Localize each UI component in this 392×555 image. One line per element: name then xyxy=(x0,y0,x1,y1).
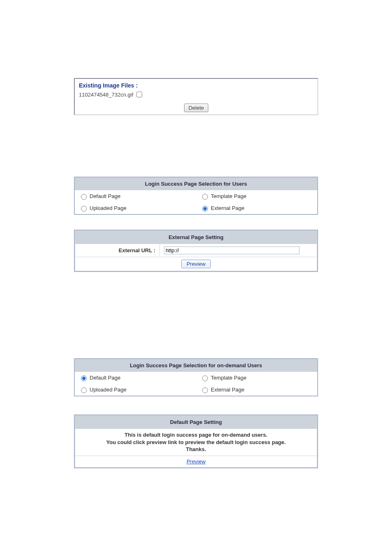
external-url-input[interactable] xyxy=(164,246,300,254)
ondemand-radio-default[interactable] xyxy=(81,375,87,381)
external-preview-button[interactable]: Preview xyxy=(181,260,211,268)
users-page-selection-panel: Login Success Page Selection for Users D… xyxy=(74,177,318,215)
ondemand-option-template[interactable]: Template Page xyxy=(200,374,313,381)
existing-image-files-panel: Existing Image Files : 1102474548_732cn.… xyxy=(74,78,318,115)
image-file-checkbox[interactable] xyxy=(136,92,142,97)
ondemand-option-default-label: Default Page xyxy=(90,375,120,381)
users-option-default[interactable]: Default Page xyxy=(79,193,192,200)
ondemand-option-uploaded[interactable]: Uploaded Page xyxy=(79,386,192,393)
default-page-message: This is default login success page for o… xyxy=(75,429,317,456)
users-option-uploaded[interactable]: Uploaded Page xyxy=(79,205,192,212)
users-radio-external[interactable] xyxy=(202,206,208,212)
users-option-external-label: External Page xyxy=(211,205,244,211)
image-file-row: 1102474548_732cn.gif xyxy=(78,90,314,99)
ondemand-selection-header: Login Success Page Selection for on-dema… xyxy=(75,359,317,372)
ondemand-option-template-label: Template Page xyxy=(211,375,247,381)
delete-button[interactable]: Delete xyxy=(184,104,209,112)
ondemand-radio-uploaded[interactable] xyxy=(81,387,87,393)
image-file-name: 1102474548_732cn.gif xyxy=(79,92,133,98)
default-page-msg-line2: You could click preview link to preview … xyxy=(79,439,313,446)
external-page-setting-panel: External Page Setting External URL : Pre… xyxy=(74,230,318,272)
external-page-header: External Page Setting xyxy=(75,231,317,244)
users-radio-default[interactable] xyxy=(81,194,87,200)
ondemand-option-default[interactable]: Default Page xyxy=(79,374,192,381)
users-option-template[interactable]: Template Page xyxy=(200,193,313,200)
users-option-default-label: Default Page xyxy=(90,193,120,199)
default-preview-link[interactable]: Preview xyxy=(187,458,205,465)
ondemand-option-uploaded-label: Uploaded Page xyxy=(90,387,127,393)
external-url-label: External URL : xyxy=(75,244,160,257)
default-page-msg-line3: Thanks. xyxy=(79,446,313,453)
users-option-template-label: Template Page xyxy=(211,193,247,199)
existing-image-files-title: Existing Image Files : xyxy=(78,81,314,90)
users-radio-uploaded[interactable] xyxy=(81,206,87,212)
users-option-uploaded-label: Uploaded Page xyxy=(90,205,127,211)
ondemand-page-selection-panel: Login Success Page Selection for on-dema… xyxy=(74,358,318,396)
default-page-setting-panel: Default Page Setting This is default log… xyxy=(74,415,318,468)
users-option-external[interactable]: External Page xyxy=(200,205,313,212)
ondemand-option-external[interactable]: External Page xyxy=(200,386,313,393)
ondemand-option-external-label: External Page xyxy=(211,387,244,393)
users-selection-header: Login Success Page Selection for Users xyxy=(75,177,317,190)
default-page-msg-line1: This is default login success page for o… xyxy=(79,431,313,439)
ondemand-radio-template[interactable] xyxy=(202,375,208,381)
ondemand-radio-external[interactable] xyxy=(202,387,208,393)
default-page-header: Default Page Setting xyxy=(75,416,317,429)
users-radio-template[interactable] xyxy=(202,194,208,200)
